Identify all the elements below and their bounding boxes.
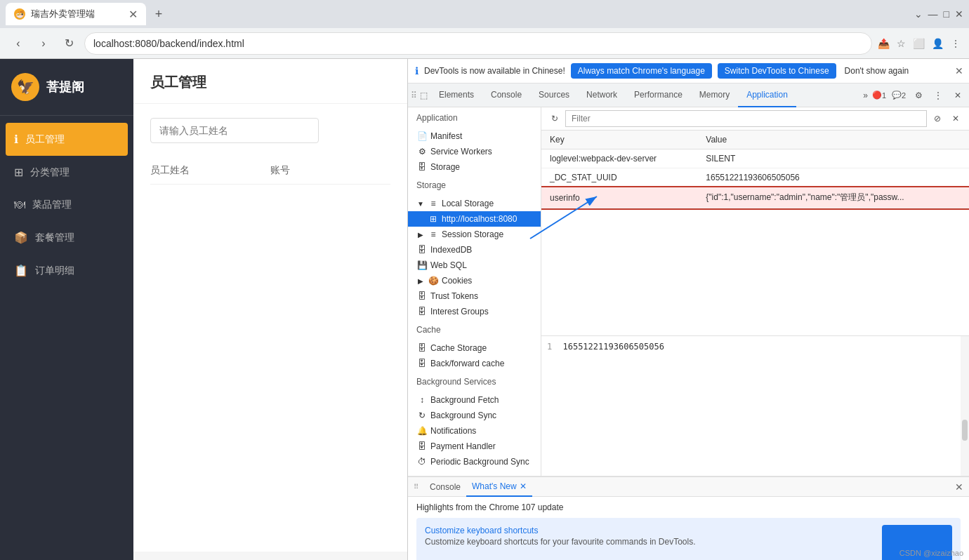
url-text: localhost:8080/backend/index.html (93, 38, 244, 49)
horizontal-scrollbar[interactable] (133, 552, 407, 560)
maximize-btn[interactable]: □ (944, 8, 949, 20)
error-badge-btn[interactable]: 🔴 1 (871, 87, 888, 104)
table-row[interactable]: loglevel:webpack-dev-server SILENT (541, 149, 969, 168)
browser-tab[interactable]: 🍜 瑞吉外卖管理端 ✕ (6, 3, 146, 25)
minimize-btn[interactable]: — (928, 8, 938, 20)
close-btn[interactable]: ✕ (955, 8, 963, 20)
tab-elements[interactable]: Elements (430, 84, 482, 107)
content-area: 员工管理 员工姓名 账号 (133, 59, 407, 560)
page-title: 员工管理 (150, 73, 390, 92)
dont-show-again-btn[interactable]: Don't show again (845, 66, 909, 76)
more-tabs-icon[interactable]: » (863, 91, 868, 100)
back-forward-cache-icon: 🗄 (416, 359, 428, 368)
col-value-header: Value (697, 131, 969, 149)
devtools-left-panel: Application 📄 Manifest ⚙ Service Workers… (408, 107, 541, 476)
menu-icon[interactable]: ⋮ (951, 38, 961, 49)
tab-console-bottom[interactable]: Console (424, 477, 466, 497)
tab-sources[interactable]: Sources (530, 84, 578, 107)
update-card: Customize keyboard shortcuts Customize k… (416, 518, 961, 560)
tab-whats-new[interactable]: What's New ✕ (466, 477, 532, 497)
trust-tokens-item[interactable]: 🗄 Trust Tokens (408, 288, 541, 304)
interest-groups-item[interactable]: 🗄 Interest Groups (408, 304, 541, 319)
tab-bar-controls: ⌄ — □ ✕ (914, 8, 963, 20)
new-tab-button[interactable]: + (149, 4, 169, 24)
chrome-update-title: Highlights from the Chrome 107 update (416, 502, 961, 512)
tab-close-btn[interactable]: ✕ (128, 8, 138, 21)
tab-application[interactable]: Application (738, 84, 796, 107)
settings-icon-btn[interactable]: ⚙ (910, 87, 927, 104)
devtools-body: Application 📄 Manifest ⚙ Service Workers… (408, 107, 969, 476)
bg-sync-item[interactable]: ↻ Background Sync (408, 408, 541, 423)
value-preview-text: 16551221193606505056 (562, 342, 664, 352)
devtools-bottom-panel: ⠿ Console What's New ✕ ✕ Highlights from… (408, 476, 969, 560)
clear-storage-btn[interactable]: ✕ (948, 111, 963, 126)
back-forward-cache-item[interactable]: 🗄 Back/forward cache (408, 356, 541, 371)
session-storage-expand[interactable]: ▶ (416, 231, 425, 239)
payment-handler-item[interactable]: 🗄 Payment Handler (408, 439, 541, 454)
address-bar: ‹ › ↻ localhost:8080/backend/index.html … (0, 28, 969, 59)
indexeddb-item[interactable]: 🗄 IndexedDB (408, 242, 541, 258)
tab-memory[interactable]: Memory (691, 84, 738, 107)
url-input[interactable]: localhost:8080/backend/index.html (84, 32, 872, 55)
row-value-1: 16551221193606505056 (697, 168, 969, 187)
notification-text: DevTools is now available in Chinese! (424, 66, 565, 76)
devtools-screenshot-icon[interactable]: ⬚ (420, 91, 428, 100)
indexeddb-icon: 🗄 (416, 245, 428, 255)
vertical-scrollbar[interactable] (961, 336, 969, 476)
bg-fetch-item[interactable]: ↕ Background Fetch (408, 392, 541, 408)
trust-tokens-icon: 🗄 (416, 291, 428, 301)
tab-search-icon[interactable]: ⬜ (913, 38, 925, 49)
localhost-storage-item[interactable]: ⊞ http://localhost:8080 (408, 211, 541, 227)
match-language-btn[interactable]: Always match Chrome's language (571, 63, 712, 79)
periodic-bg-sync-icon: ⏱ (416, 457, 428, 467)
local-storage-icon: ≡ (428, 199, 439, 208)
local-storage-item[interactable]: ▼ ≡ Local Storage (408, 196, 541, 211)
cookies-expand[interactable]: ▶ (416, 277, 425, 285)
update-card-text: Customize keyboard shortcuts Customize k… (425, 525, 875, 547)
whats-new-close[interactable]: ✕ (520, 481, 527, 491)
back-btn[interactable]: ‹ (8, 34, 28, 53)
periodic-bg-sync-item[interactable]: ⏱ Periodic Background Sync (408, 454, 541, 469)
forward-btn[interactable]: › (34, 34, 53, 53)
table-row-highlighted[interactable]: userinfo {"id":1,"username":"admin","nam… (541, 187, 969, 208)
manifest-item[interactable]: 📄 Manifest (408, 128, 541, 144)
refresh-storage-btn[interactable]: ↻ (547, 111, 562, 126)
notifications-item[interactable]: 🔔 Notifications (408, 423, 541, 439)
search-input[interactable] (150, 118, 319, 143)
update-card-link[interactable]: Customize keyboard shortcuts (425, 526, 538, 535)
switch-language-btn[interactable]: Switch DevTools to Chinese (718, 63, 836, 79)
storage-filter-input[interactable] (565, 110, 927, 127)
tab-performance[interactable]: Performance (626, 84, 691, 107)
cache-storage-item[interactable]: 🗄 Cache Storage (408, 340, 541, 356)
tab-network[interactable]: Network (578, 84, 626, 107)
sidebar-item-combo[interactable]: 📦 套餐管理 (0, 221, 133, 254)
cast-icon[interactable]: 📤 (878, 38, 890, 49)
web-sql-item[interactable]: 💾 Web SQL (408, 258, 541, 273)
application-section-title: Application (408, 107, 541, 128)
sidebar-item-order[interactable]: 📋 订单明细 (0, 254, 133, 287)
local-storage-expand[interactable]: ▼ (416, 200, 425, 208)
devtools-close-btn[interactable]: ✕ (949, 87, 966, 104)
cookies-item[interactable]: ▶ 🍪 Cookies (408, 273, 541, 288)
profile-icon[interactable]: 👤 (932, 38, 944, 49)
service-workers-item[interactable]: ⚙ Service Workers (408, 144, 541, 159)
sidebar-item-employee[interactable]: ℹ 员工管理 (6, 123, 128, 156)
bottom-panel-close-btn[interactable]: ✕ (955, 481, 963, 493)
no-entry-btn[interactable]: ⊘ (930, 111, 945, 126)
storage-item[interactable]: 🗄 Storage (408, 159, 541, 175)
devtools-more-btn[interactable]: ⋮ (930, 87, 947, 104)
sidebar-item-category[interactable]: ⊞ 分类管理 (0, 156, 133, 189)
devtools-drag-handle: ⠿ (411, 91, 417, 100)
tab-bar-overflow[interactable]: ⌄ (914, 8, 923, 20)
bookmark-icon[interactable]: ☆ (897, 38, 906, 49)
table-row[interactable]: _DC_STAT_UUID 16551221193606505056 (541, 168, 969, 187)
sidebar-item-dish[interactable]: 🍽 菜品管理 (0, 189, 133, 221)
payment-handler-icon: 🗄 (416, 441, 428, 451)
notification-close-btn[interactable]: ✕ (955, 65, 963, 76)
warning-badge-btn[interactable]: 💬 2 (890, 87, 907, 104)
logo-text: 菩提阁 (46, 79, 84, 95)
scrollbar-thumb[interactable] (962, 420, 968, 441)
session-storage-item[interactable]: ▶ ≡ Session Storage (408, 227, 541, 242)
refresh-btn[interactable]: ↻ (59, 34, 79, 53)
tab-console[interactable]: Console (482, 84, 530, 107)
